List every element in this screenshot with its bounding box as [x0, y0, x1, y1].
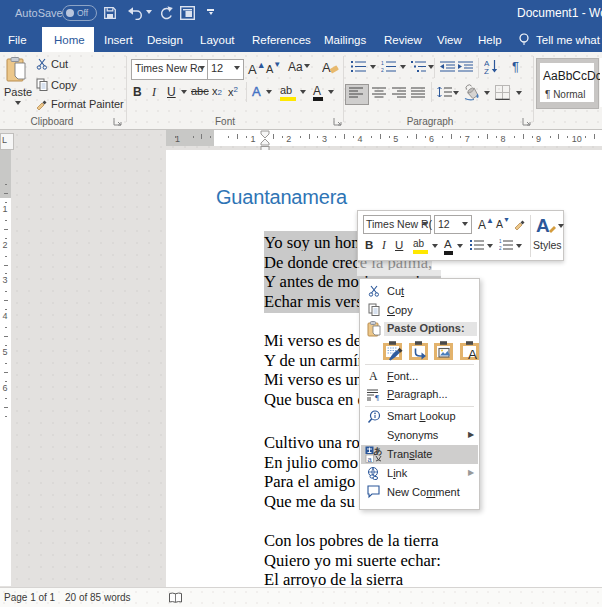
- svg-text:2: 2: [381, 67, 384, 73]
- svg-text:1: 1: [499, 239, 502, 244]
- svg-text:1: 1: [381, 60, 384, 66]
- svg-text:A: A: [322, 60, 331, 75]
- svg-text:あ: あ: [374, 446, 383, 456]
- svg-text:2: 2: [499, 246, 502, 251]
- svg-text:¶: ¶: [375, 393, 379, 401]
- svg-text:Z: Z: [484, 67, 489, 75]
- svg-text:A: A: [468, 347, 477, 361]
